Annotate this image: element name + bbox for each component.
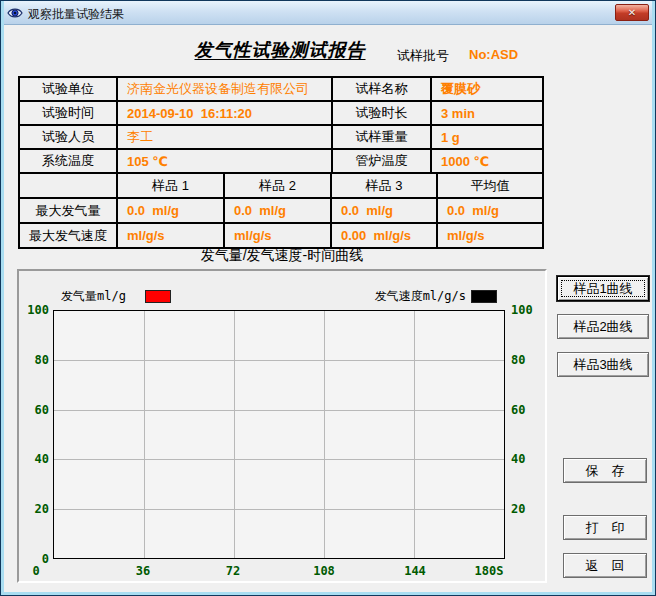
max-gas-rate-s1: ml/g/s <box>117 223 224 248</box>
x-tick: 180S <box>466 563 512 579</box>
sample-name-value: 覆膜砂 <box>431 77 543 101</box>
test-operator-label: 试验人员 <box>19 125 117 149</box>
y-right-tick: 100 <box>511 302 545 318</box>
chart-title: 发气量/发气速度-时间曲线 <box>17 247 547 265</box>
gridline <box>414 311 415 558</box>
max-gas-rate-avg: ml/g/s <box>437 223 543 248</box>
max-gas-volume-s2: 0.0 ml/g <box>224 198 331 223</box>
test-duration-label: 试验时长 <box>332 101 431 125</box>
chart-panel: 发气量ml/g 发气速度ml/g/s 100 80 60 40 20 0 100… <box>17 269 547 583</box>
sample3-curve-button[interactable]: 样品3曲线 <box>557 352 649 377</box>
test-operator-value: 李工 <box>117 125 332 149</box>
max-gas-rate-label: 最大发气速度 <box>19 223 117 248</box>
x-tick: 36 <box>123 563 163 579</box>
gridline <box>54 509 504 510</box>
gas-volume-legend-swatch <box>145 290 171 303</box>
gas-rate-legend-label: 发气速度ml/g/s <box>358 288 466 305</box>
y-right-tick: 20 <box>511 501 545 517</box>
max-gas-rate-s3: 0.00 ml/g/s <box>331 223 437 248</box>
sample2-header: 样品 2 <box>224 173 331 198</box>
sample2-curve-button[interactable]: 样品2曲线 <box>557 314 649 339</box>
test-time-value: 2014-09-10 16:11:20 <box>117 101 332 125</box>
table-row: 最大发气量 0.0 ml/g 0.0 ml/g 0.0 ml/g 0.0 ml/… <box>19 198 543 223</box>
window-title: 观察批量试验结果 <box>28 6 124 23</box>
x-origin-tick: 0 <box>26 563 46 579</box>
save-button[interactable]: 保 存 <box>563 458 647 483</box>
gas-volume-legend-label: 发气量ml/g <box>61 288 126 305</box>
sample-weight-label: 试样重量 <box>332 125 431 149</box>
sample1-curve-button[interactable]: 样品1曲线 <box>557 276 649 301</box>
batch-number-value: No:ASD <box>469 47 518 62</box>
table-row: 系统温度 105 ℃ 管炉温度 1000 ℃ <box>19 149 543 173</box>
table-row: 试验时间 2014-09-10 16:11:20 试验时长 3 min <box>19 101 543 125</box>
close-button[interactable]: ✕ <box>615 4 649 21</box>
y-right-tick: 60 <box>511 402 545 418</box>
system-temp-label: 系统温度 <box>19 149 117 173</box>
dialog-window: 观察批量试验结果 ✕ 发气性试验测试报告 试样批号 No:ASD 试验单位 济南… <box>0 0 656 596</box>
y-left-tick: 60 <box>21 402 49 418</box>
y-left-tick: 80 <box>21 352 49 368</box>
y-right-tick: 80 <box>511 352 545 368</box>
max-gas-rate-s2: ml/g/s <box>224 223 331 248</box>
gridline <box>54 410 504 411</box>
gridline <box>54 459 504 460</box>
test-duration-value: 3 min <box>431 101 543 125</box>
y-left-tick: 100 <box>21 302 49 318</box>
gridline <box>54 360 504 361</box>
y-left-tick: 40 <box>21 451 49 467</box>
plot-area <box>53 310 505 559</box>
sample3-header: 样品 3 <box>331 173 437 198</box>
furnace-temp-value: 1000 ℃ <box>431 149 543 173</box>
gridline <box>144 311 145 558</box>
test-info-table: 试验单位 济南金光仪器设备制造有限公司 试样名称 覆膜砂 试验时间 2014-0… <box>18 76 544 174</box>
results-table: 样品 1 样品 2 样品 3 平均值 最大发气量 0.0 ml/g 0.0 ml… <box>18 172 544 249</box>
average-header: 平均值 <box>437 173 543 198</box>
table-row: 试验单位 济南金光仪器设备制造有限公司 试样名称 覆膜砂 <box>19 77 543 101</box>
test-unit-label: 试验单位 <box>19 77 117 101</box>
gridline <box>234 311 235 558</box>
furnace-temp-label: 管炉温度 <box>332 149 431 173</box>
sample1-header: 样品 1 <box>117 173 224 198</box>
max-gas-volume-s1: 0.0 ml/g <box>117 198 224 223</box>
sample-weight-value: 1 g <box>431 125 543 149</box>
x-tick: 72 <box>213 563 253 579</box>
eye-icon <box>7 5 23 21</box>
y-right-tick: 40 <box>511 451 545 467</box>
batch-number-label: 试样批号 <box>397 47 449 65</box>
x-tick: 108 <box>304 563 344 579</box>
max-gas-volume-s3: 0.0 ml/g <box>331 198 437 223</box>
report-title: 发气性试验测试报告 <box>18 38 542 62</box>
test-unit-value: 济南金光仪器设备制造有限公司 <box>117 77 332 101</box>
empty-corner-cell <box>19 173 117 198</box>
gridline <box>324 311 325 558</box>
gas-rate-legend-swatch <box>471 290 497 303</box>
sample-name-label: 试样名称 <box>332 77 431 101</box>
print-button[interactable]: 打 印 <box>563 515 647 540</box>
table-row: 样品 1 样品 2 样品 3 平均值 <box>19 173 543 198</box>
test-time-label: 试验时间 <box>19 101 117 125</box>
system-temp-value: 105 ℃ <box>117 149 332 173</box>
title-bar[interactable]: 观察批量试验结果 ✕ <box>1 1 655 25</box>
x-tick: 144 <box>395 563 435 579</box>
max-gas-volume-avg: 0.0 ml/g <box>437 198 543 223</box>
table-row: 最大发气速度 ml/g/s ml/g/s 0.00 ml/g/s ml/g/s <box>19 223 543 248</box>
y-left-tick: 20 <box>21 501 49 517</box>
table-row: 试验人员 李工 试样重量 1 g <box>19 125 543 149</box>
back-button[interactable]: 返 回 <box>563 553 647 578</box>
max-gas-volume-label: 最大发气量 <box>19 198 117 223</box>
